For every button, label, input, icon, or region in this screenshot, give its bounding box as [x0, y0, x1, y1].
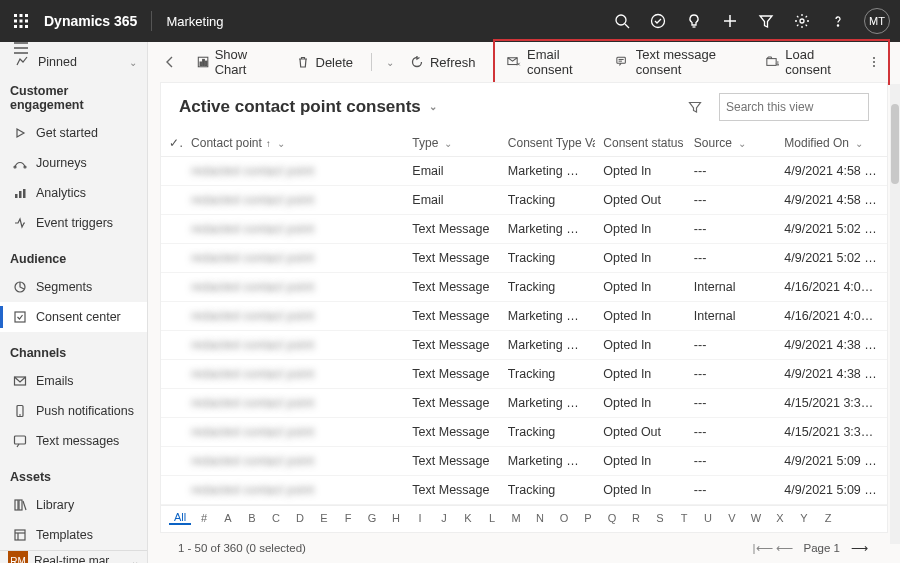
lightbulb-icon[interactable]: [678, 5, 710, 37]
table-row[interactable]: redacted contact pointText MessageMarket…: [161, 215, 887, 244]
column-header[interactable]: Contact point↑⌄: [183, 130, 404, 157]
alpha-a[interactable]: A: [217, 512, 239, 524]
cell-contact-point: redacted contact point: [183, 447, 404, 476]
table-row[interactable]: redacted contact pointEmailTrackingOpted…: [161, 186, 887, 215]
app-launcher-icon[interactable]: [10, 10, 32, 32]
nav-section-title: Audience: [0, 238, 147, 272]
alpha-g[interactable]: G: [361, 512, 383, 524]
table-row[interactable]: redacted contact pointText MessageMarket…: [161, 302, 887, 331]
alpha-m[interactable]: M: [505, 512, 527, 524]
alpha-y[interactable]: Y: [793, 512, 815, 524]
table-row[interactable]: redacted contact pointText MessageTracki…: [161, 476, 887, 505]
alpha-u[interactable]: U: [697, 512, 719, 524]
refresh-button[interactable]: Refresh: [402, 51, 484, 74]
column-header[interactable]: Type⌄: [404, 130, 500, 157]
sidebar-item-templates[interactable]: Templates: [0, 520, 147, 550]
table-row[interactable]: redacted contact pointText MessageTracki…: [161, 360, 887, 389]
email-consent-button[interactable]: Email consent: [499, 43, 604, 81]
sidebar-item-library[interactable]: Library: [0, 490, 147, 520]
alpha-n[interactable]: N: [529, 512, 551, 524]
table-row[interactable]: redacted contact pointText MessageMarket…: [161, 447, 887, 476]
sidebar-item-emails[interactable]: Emails: [0, 366, 147, 396]
cell-modified: 4/16/2021 4:0…: [776, 273, 887, 302]
back-button[interactable]: [158, 48, 183, 76]
sidebar-item-event-triggers[interactable]: Event triggers: [0, 208, 147, 238]
alpha-v[interactable]: V: [721, 512, 743, 524]
table-row[interactable]: redacted contact pointText MessageMarket…: [161, 331, 887, 360]
filter-button[interactable]: [681, 93, 709, 121]
templates-icon: [12, 527, 28, 543]
cell-modified: 4/9/2021 4:38 …: [776, 360, 887, 389]
gear-icon[interactable]: [786, 5, 818, 37]
user-avatar[interactable]: MT: [864, 8, 890, 34]
load-consent-button[interactable]: Load consent: [758, 43, 860, 81]
view-selector[interactable]: Active contact point consents ⌄: [179, 97, 437, 117]
help-icon[interactable]: [822, 5, 854, 37]
table-row[interactable]: redacted contact pointEmailMarketing Co……: [161, 157, 887, 186]
collapse-nav-icon[interactable]: [0, 42, 147, 54]
search-icon[interactable]: [606, 5, 638, 37]
sidebar-item-get-started[interactable]: Get started: [0, 118, 147, 148]
alpha-e[interactable]: E: [313, 512, 335, 524]
alpha-h[interactable]: H: [385, 512, 407, 524]
sort-asc-icon: ↑: [266, 138, 271, 149]
cell-consent-type: Tracking: [500, 186, 596, 215]
alpha-index-bar: All#ABCDEFGHIJKLMNOPQRSTUVWXYZ: [161, 505, 887, 529]
alpha-s[interactable]: S: [649, 512, 671, 524]
alpha-r[interactable]: R: [625, 512, 647, 524]
table-row[interactable]: redacted contact pointText MessageTracki…: [161, 244, 887, 273]
show-chart-button[interactable]: Show Chart: [189, 43, 282, 81]
sidebar-item-journeys[interactable]: Journeys: [0, 148, 147, 178]
alpha-x[interactable]: X: [769, 512, 791, 524]
nav-section-title: Customer engagement: [0, 70, 147, 118]
sidebar-item-consent-center[interactable]: Consent center: [0, 302, 147, 332]
add-icon[interactable]: [714, 5, 746, 37]
text-consent-button[interactable]: Text message consent: [608, 43, 754, 81]
table-row[interactable]: redacted contact pointText MessageTracki…: [161, 273, 887, 302]
scrollbar[interactable]: [890, 84, 900, 544]
task-icon[interactable]: [642, 5, 674, 37]
cell-contact-point: redacted contact point: [183, 244, 404, 273]
alpha-k[interactable]: K: [457, 512, 479, 524]
alpha-z[interactable]: Z: [817, 512, 839, 524]
alpha-all[interactable]: All: [169, 511, 191, 525]
column-header[interactable]: Consent status⌄: [595, 130, 685, 157]
select-all-icon[interactable]: ✓: [169, 136, 183, 150]
prev-page-button[interactable]: ⟵: [774, 537, 796, 559]
more-commands-icon[interactable]: [863, 50, 884, 74]
alpha-i[interactable]: I: [409, 512, 431, 524]
alpha-f[interactable]: F: [337, 512, 359, 524]
delete-split-chevron[interactable]: ⌄: [382, 53, 396, 72]
column-header[interactable]: Consent Type Va…⌄: [500, 130, 596, 157]
delete-button[interactable]: Delete: [288, 51, 362, 74]
alpha-d[interactable]: D: [289, 512, 311, 524]
alpha-t[interactable]: T: [673, 512, 695, 524]
alpha-p[interactable]: P: [577, 512, 599, 524]
alpha-q[interactable]: Q: [601, 512, 623, 524]
alpha-#[interactable]: #: [193, 512, 215, 524]
area-switcher[interactable]: RM Real-time marketi… ⌄: [0, 550, 147, 563]
filter-icon[interactable]: [750, 5, 782, 37]
cell-status: Opted Out: [595, 186, 685, 215]
alpha-j[interactable]: J: [433, 512, 455, 524]
sidebar-item-analytics[interactable]: Analytics: [0, 178, 147, 208]
sidebar-item-text-messages[interactable]: Text messages: [0, 426, 147, 456]
search-input[interactable]: [726, 100, 876, 114]
cell-contact-point: redacted contact point: [183, 302, 404, 331]
table-row[interactable]: redacted contact pointText MessageTracki…: [161, 418, 887, 447]
alpha-b[interactable]: B: [241, 512, 263, 524]
column-header[interactable]: Modified On⌄: [776, 130, 887, 157]
table-row[interactable]: redacted contact pointText MessageMarket…: [161, 389, 887, 418]
search-field[interactable]: [719, 93, 869, 121]
alpha-l[interactable]: L: [481, 512, 503, 524]
sidebar-item-segments[interactable]: Segments: [0, 272, 147, 302]
next-page-button[interactable]: ⟶: [848, 537, 870, 559]
alpha-w[interactable]: W: [745, 512, 767, 524]
column-header[interactable]: Source⌄: [686, 130, 776, 157]
pinned-section[interactable]: Pinned ⌄: [0, 54, 147, 70]
first-page-button[interactable]: |⟵: [752, 537, 774, 559]
alpha-o[interactable]: O: [553, 512, 575, 524]
cell-type: Text Message: [404, 447, 500, 476]
sidebar-item-push-notifications[interactable]: Push notifications: [0, 396, 147, 426]
alpha-c[interactable]: C: [265, 512, 287, 524]
